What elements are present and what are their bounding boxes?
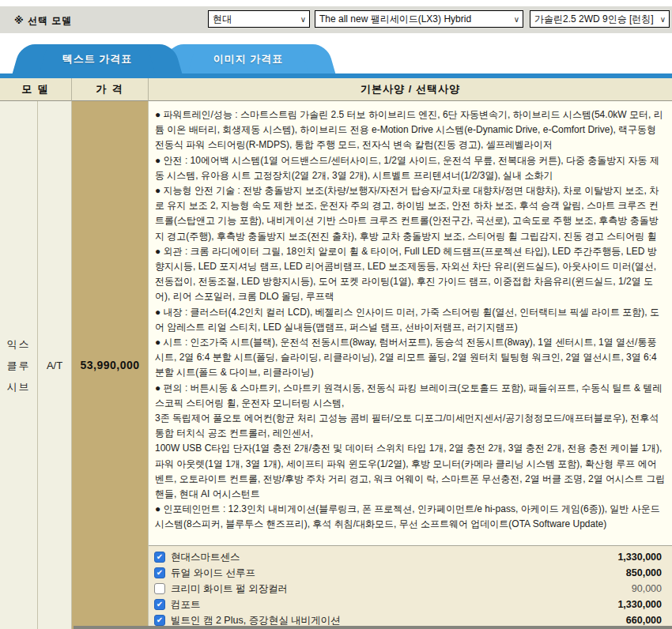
spec-paragraph: ● 지능형 안전 기술 : 전방 충돌방지 보조(차량/보행자/자전거 탑승자/… [155,183,666,244]
column-header-model: 모 델 [0,78,72,101]
chevron-down-icon: ∨ [514,15,519,24]
option-checkbox-checked[interactable]: ✔ [154,552,165,563]
specs-cell: ● 파워트레인/성능 : 스마트스트림 가솔린 2.5 터보 하이브리드 엔진,… [149,101,672,629]
price-view-tabs: 텍스트 가격표 이미지 가격표 [0,44,672,73]
base-price-cell: 53,990,000 [72,101,149,629]
option-checkbox-checked[interactable]: ✔ [154,567,165,578]
brand-dropdown-value: 현대 [213,13,232,26]
spec-paragraph: ● 파워트레인/성능 : 스마트스트림 가솔린 2.5 터보 하이브리드 엔진,… [155,107,666,153]
trim-dropdown-value: 가솔린2.5 2WD 9인승 [런칭] [534,13,654,26]
bottom-edge-bar [74,626,672,629]
option-price: 1,330,000 [617,552,667,563]
spec-paragraph: ● 내장 : 클러스터(4.2인치 컬러 LCD), 베젤리스 인사이드 미러,… [155,305,666,335]
option-checkbox-checked[interactable]: ✔ [154,599,165,610]
model-dropdown[interactable]: The all new 팰리세이드(LX3) Hybrid ∨ [315,10,523,28]
option-checkbox-unchecked[interactable]: ✔ [154,583,165,594]
price-table-window: ※ 선택 모델 현대 ∨ The all new 팰리세이드(LX3) Hybr… [0,0,672,629]
spec-paragraph: ● 안전 : 10에어백 시스템(1열 어드밴스드/센터사이드, 1/2열 사이… [155,153,666,183]
tab-image-price-label: 이미지 가격표 [213,52,284,66]
trim-dropdown[interactable]: 가솔린2.5 2WD 9인승 [런칭] ∨ [530,10,670,28]
model-name: 익스클루시브 [5,333,33,397]
spec-paragraph: ● 시트 : 인조가죽 시트(블랙), 운전석 전동시트(8way, 럼버서포트… [155,335,666,381]
option-price: 660,000 [626,615,667,626]
column-header-specs: 기본사양 / 선택사양 [149,78,672,101]
option-checkbox-checked[interactable]: ✔ [154,615,165,626]
tab-text-price[interactable]: 텍스트 가격표 [27,44,168,73]
option-label[interactable]: 빌트인 캠 2 Plus, 증강현실 내비게이션 [171,614,341,627]
model-select-bar: ※ 선택 모델 현대 ∨ The all new 팰리세이드(LX3) Hybr… [0,6,672,33]
option-row: ✔컴포트1,330,000 [154,597,667,612]
option-row: ✔듀얼 와이드 선루프850,000 [154,565,667,581]
option-label[interactable]: 현대스마트센스 [171,551,240,564]
option-row: ✔크리미 화이트 펄 외장컬러90,000 [154,581,667,597]
spec-paragraph: ● 인포테인먼트 : 12.3인치 내비게이션(블루링크, 폰 프로젝션, 인카… [155,502,666,532]
spec-text-block: ● 파워트레인/성능 : 스마트스트림 가솔린 2.5 터보 하이브리드 엔진,… [149,101,672,545]
chevron-down-icon: ∨ [300,15,306,24]
option-label[interactable]: 듀얼 와이드 선루프 [171,567,255,580]
model-name-cell: 익스클루시브 [0,101,38,629]
transmission-value: A/T [47,360,62,371]
tab-text-price-label: 텍스트 가격표 [62,52,133,66]
option-price: 1,330,000 [617,599,667,610]
spec-paragraph: ● 편의 : 버튼시동 & 스마트키, 스마트키 원격시동, 전동식 파킹 브레… [155,381,666,503]
spec-paragraph: ● 외관 : 크롬 라디에이터 그릴, 18인치 알로이 휠 & 타이어, Fu… [155,244,666,305]
tab-image-price[interactable]: 이미지 가격표 [176,44,321,73]
option-price: 850,000 [626,567,667,578]
trim-price-table: 모 델 가 격 기본사양 / 선택사양 익스클루시브 A/T 53,990,00… [0,78,672,629]
select-model-label: ※ 선택 모델 [14,14,72,28]
option-label[interactable]: 크리미 화이트 펄 외장컬러 [171,582,288,596]
option-price: 90,000 [632,583,667,594]
column-header-price: 가 격 [72,78,149,101]
option-label[interactable]: 컴포트 [171,598,201,612]
chevron-down-icon: ∨ [660,15,666,24]
transmission-cell: A/T [38,101,72,629]
base-price-value: 53,990,000 [80,359,139,371]
option-list: ✔현대스마트센스1,330,000✔듀얼 와이드 선루프850,000✔크리미 … [149,545,672,629]
option-row: ✔현대스마트센스1,330,000 [154,549,667,565]
model-dropdown-value: The all new 팰리세이드(LX3) Hybrid [319,13,471,26]
brand-dropdown[interactable]: 현대 ∨ [208,10,310,28]
